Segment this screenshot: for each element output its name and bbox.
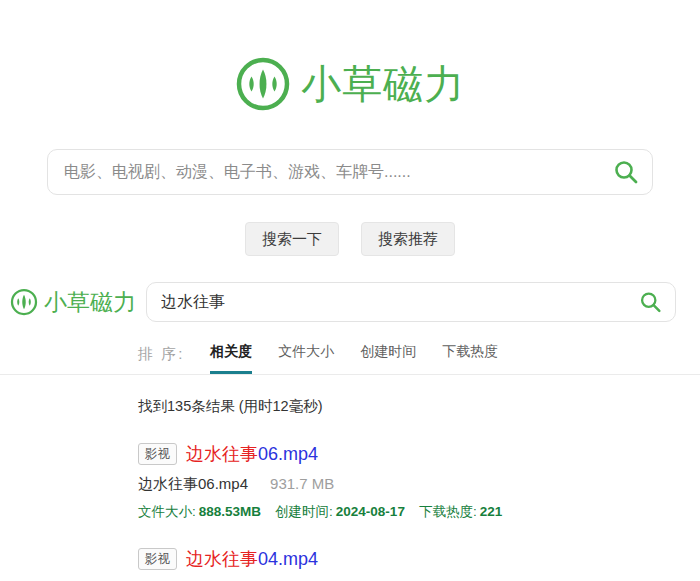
meta-heat: 下载热度:221 <box>419 503 502 521</box>
results-search-input[interactable] <box>146 282 676 322</box>
result-item: 影视 边水往事06.mp4 边水往事06.mp4 931.7 MB 文件大小:8… <box>138 442 700 521</box>
category-badge: 影视 <box>138 443 177 465</box>
site-title: 小草磁力 <box>301 57 465 112</box>
sort-label: 排 序: <box>138 345 184 374</box>
search-icon[interactable] <box>639 291 662 314</box>
search-button[interactable]: 搜索一下 <box>245 222 339 256</box>
sprout-circle-icon <box>235 56 291 112</box>
site-title-small: 小草磁力 <box>44 287 136 318</box>
title-keyword-highlight: 边水往事 <box>186 444 258 464</box>
sprout-circle-icon <box>10 288 38 316</box>
title-keyword-highlight: 边水往事 <box>186 549 258 569</box>
title-rest: 04.mp4 <box>258 549 318 569</box>
result-title-link[interactable]: 边水往事04.mp4 <box>186 547 318 571</box>
results-summary: 找到135条结果 (用时12毫秒) <box>138 397 700 416</box>
home-buttons: 搜索一下 搜索推荐 <box>0 222 700 256</box>
category-badge: 影视 <box>138 548 177 570</box>
search-recommend-button[interactable]: 搜索推荐 <box>361 222 455 256</box>
results-header: 小草磁力 <box>0 282 700 322</box>
result-file-row: 边水往事06.mp4 931.7 MB <box>138 475 700 494</box>
result-title-row: 影视 边水往事04.mp4 <box>138 547 700 571</box>
home-section: 小草磁力 搜索一下 搜索推荐 <box>0 0 700 256</box>
search-icon[interactable] <box>613 159 639 185</box>
results-section: 小草磁力 排 序: 相关度 文件大小 创建时间 下载热度 找到135条结果 (用… <box>0 282 700 581</box>
result-meta-row: 文件大小:888.53MB 创建时间:2024-08-17 下载热度:221 <box>138 503 700 521</box>
page: 小草磁力 搜索一下 搜索推荐 小草磁力 <box>0 0 700 581</box>
file-size: 931.7 MB <box>270 475 334 492</box>
home-search-input[interactable] <box>47 149 653 195</box>
sort-tab-created[interactable]: 创建时间 <box>360 343 416 374</box>
site-logo-small[interactable]: 小草磁力 <box>10 287 136 318</box>
sort-tab-filesize[interactable]: 文件大小 <box>278 343 334 374</box>
result-item: 影视 边水往事04.mp4 边水往事04.mp4 840.7 MB 文件大小:8… <box>138 547 700 581</box>
meta-size: 文件大小:888.53MB <box>138 503 261 521</box>
meta-created: 创建时间:2024-08-17 <box>275 503 405 521</box>
sort-tab-relevance[interactable]: 相关度 <box>210 343 252 374</box>
results-search-box <box>146 282 676 322</box>
sort-bar: 排 序: 相关度 文件大小 创建时间 下载热度 <box>0 343 700 375</box>
file-name: 边水往事06.mp4 <box>138 475 248 494</box>
title-rest: 06.mp4 <box>258 444 318 464</box>
result-title-link[interactable]: 边水往事06.mp4 <box>186 442 318 466</box>
site-logo: 小草磁力 <box>0 56 700 112</box>
sort-tab-heat[interactable]: 下载热度 <box>442 343 498 374</box>
home-search-box <box>47 149 653 195</box>
result-title-row: 影视 边水往事06.mp4 <box>138 442 700 466</box>
